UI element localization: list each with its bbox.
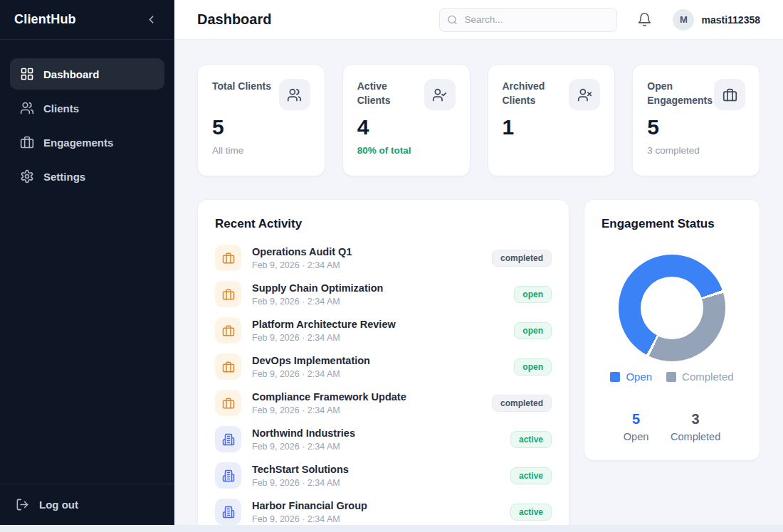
activity-title: Operations Audit Q1 [252,245,481,258]
list-item[interactable]: Compliance Framework Update Feb 9, 2026 … [215,390,552,416]
sidebar-item-settings[interactable]: Settings [10,161,164,192]
status-badge: open [514,322,552,339]
search-icon [447,14,458,25]
legend-item-open: Open [610,371,652,383]
building-icon [215,499,241,525]
activity-date: Feb 9, 2026 · 2:34 AM [252,369,503,379]
sidebar-item-label: Engagements [43,137,113,149]
list-item[interactable]: Operations Audit Q1 Feb 9, 2026 · 2:34 A… [215,245,552,271]
stat-label: Total Clients [212,79,271,93]
list-item[interactable]: Northwind Industries Feb 9, 2026 · 2:34 … [215,426,552,452]
page-title: Dashboard [197,11,271,28]
completed-count: 3 [671,411,720,427]
sidebar-header: ClientHub [0,0,174,40]
logout-button[interactable]: Log out [0,484,174,525]
activity-title: Supply Chain Optimization [252,282,503,294]
sidebar-item-label: Clients [43,102,79,115]
open-count: 5 [624,411,648,427]
sidebar-item-clients[interactable]: Clients [10,92,164,124]
completed-count-block: 3 Completed [671,411,720,442]
chart-legend: Open Completed [601,371,742,383]
briefcase-icon [714,79,745,110]
activity-date: Feb 9, 2026 · 2:34 AM [252,260,481,270]
activity-title: Platform Architecture Review [252,318,503,331]
top-header: Dashboard M masti112358 [174,0,783,40]
activity-date: Feb 9, 2026 · 2:34 AM [252,333,503,343]
legend-swatch-completed [666,372,676,382]
activity-title: Compliance Framework Update [252,390,481,403]
briefcase-icon [215,353,241,380]
sidebar-spacer [0,192,174,484]
activity-date: Feb 9, 2026 · 2:34 AM [252,514,500,524]
activity-date: Feb 9, 2026 · 2:34 AM [252,297,503,307]
stat-label: Archived Clients [503,79,562,108]
briefcase-icon [215,317,241,344]
list-item[interactable]: TechStart Solutions Feb 9, 2026 · 2:34 A… [215,462,552,489]
users-icon [279,79,310,110]
stat-subtext: 80% of total [357,145,456,156]
legend-swatch-open [610,372,620,382]
list-item[interactable]: Harbor Financial Group Feb 9, 2026 · 2:3… [215,499,552,525]
panels-row: Recent Activity Operations Audit Q1 Feb … [197,199,760,532]
gear-icon [20,169,34,183]
stat-label: Open Engagements [647,79,707,108]
bell-icon [637,12,654,27]
user-x-icon [569,79,600,110]
activity-title: DevOps Implementation [252,354,503,367]
stat-subtext: 3 completed [647,145,745,156]
user-check-icon [424,79,456,110]
open-count-label: Open [624,431,648,442]
search-box [439,8,617,32]
stat-value: 1 [503,115,601,139]
user-menu[interactable]: M masti112358 [673,9,760,31]
notifications-button[interactable] [637,11,654,28]
avatar: M [673,9,694,31]
sidebar-item-label: Settings [43,171,85,183]
stat-card-open-engagements: Open Engagements 5 3 completed [632,64,760,176]
chevron-left-icon [145,14,157,26]
status-badge: open [514,358,552,376]
search-input[interactable] [439,8,617,32]
briefcase-icon [215,390,241,416]
status-badge: open [514,286,552,303]
dashboard-content: Total Clients 5 All time Active Clients … [174,40,783,532]
list-item[interactable]: Platform Architecture Review Feb 9, 2026… [215,317,552,344]
stat-subtext: All time [212,145,310,156]
briefcase-icon [20,135,34,149]
building-icon [215,462,241,489]
activity-title: Northwind Industries [252,427,500,440]
activity-date: Feb 9, 2026 · 2:34 AM [252,478,500,488]
list-item[interactable]: DevOps Implementation Feb 9, 2026 · 2:34… [215,353,552,380]
stats-row: Total Clients 5 All time Active Clients … [197,64,760,176]
status-badge: active [510,467,552,484]
main-area: Dashboard M masti112358 Total Clients [174,0,783,532]
engagement-status-title: Engagement Status [601,217,742,231]
window-bottom-strip [0,525,783,532]
logout-icon [16,498,29,511]
legend-item-completed: Completed [666,371,734,383]
status-badge: active [510,431,552,448]
stat-value: 5 [212,115,310,139]
stat-card-total-clients: Total Clients 5 All time [197,64,325,176]
activity-title: Harbor Financial Group [252,499,500,512]
activity-date: Feb 9, 2026 · 2:34 AM [252,405,481,415]
briefcase-icon [215,281,241,307]
completed-count-label: Completed [671,431,720,442]
stat-value: 4 [357,115,456,139]
stat-card-active-clients: Active Clients 4 80% of total [342,64,471,176]
stat-card-archived-clients: Archived Clients 1 [488,64,616,176]
engagement-donut-chart [619,255,725,361]
stat-value: 5 [647,115,745,139]
activity-title: TechStart Solutions [252,463,500,476]
sidebar-item-engagements[interactable]: Engagements [10,127,164,158]
dashboard-grid-icon [20,67,34,81]
username: masti112358 [701,14,760,26]
status-badge: completed [492,395,552,412]
sidebar-item-dashboard[interactable]: Dashboard [10,58,164,90]
sidebar: ClientHub Dashboard Clients Engagements [0,0,174,525]
list-item[interactable]: Supply Chain Optimization Feb 9, 2026 · … [215,281,552,307]
status-badge: active [510,504,552,521]
sidebar-collapse-button[interactable] [142,11,160,29]
stat-label: Active Clients [357,79,417,108]
engagement-status-card: Engagement Status Open Completed [584,199,760,461]
